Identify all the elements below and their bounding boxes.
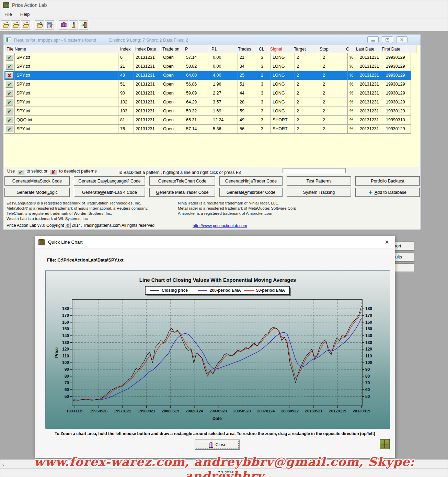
close-window-button[interactable]: ✕ bbox=[396, 36, 407, 43]
results-table: File NameIndexIndex DateTrade onPP1Trade… bbox=[4, 45, 420, 167]
column-header-p1[interactable]: P1 bbox=[209, 45, 236, 53]
add-to-database-button[interactable]: ✚Add to Database bbox=[355, 188, 420, 197]
check-icon[interactable]: ✔ bbox=[5, 117, 13, 123]
portfolio-backtest-button[interactable]: Portfolio Backtest bbox=[355, 176, 420, 186]
table-row[interactable]: ✔SPY.txt10320131231Open59.321.69593LONG2… bbox=[4, 107, 420, 116]
table-cell: 4.00 bbox=[211, 71, 238, 80]
table-row[interactable]: ✔SPY.txt2120131231Open58.820.00343LONG22… bbox=[4, 62, 420, 71]
svg-text:170: 170 bbox=[365, 313, 372, 318]
check-icon[interactable]: ✔ bbox=[5, 81, 13, 88]
svg-text:20130919: 20130919 bbox=[353, 409, 370, 413]
table-row[interactable]: ✔QQQ.txt8120131231Open65.3112.24493SHORT… bbox=[4, 116, 420, 125]
open-file-button[interactable] bbox=[1, 20, 10, 30]
horizontal-scrollbar[interactable]: ‹ bbox=[0, 459, 448, 468]
results-titlebar[interactable]: Results for: tmpdps.spr - 9 patterns fou… bbox=[3, 35, 421, 45]
open-file-button-2[interactable] bbox=[11, 20, 20, 30]
column-header-last-date[interactable]: Last Date bbox=[354, 45, 380, 53]
line-chart-svg[interactable]: Line Chart of Closing Values With Expone… bbox=[46, 271, 390, 429]
generate-metatrader-code-button[interactable]: Generate MetaTrader Code bbox=[149, 188, 215, 197]
dialog-close-button-bottom[interactable]: Close bbox=[195, 440, 240, 450]
table-cell: 51 bbox=[118, 80, 134, 89]
table-cell: 3 bbox=[259, 89, 271, 98]
table-row[interactable]: ✘SPY.txt4820131231Open64.004.00252LONG22… bbox=[4, 71, 420, 80]
menu-file[interactable]: File bbox=[0, 11, 16, 18]
table-row[interactable]: ✔SPY.txt620131231Open57.140.00213LONG22%… bbox=[4, 53, 420, 62]
generate-easylanguage-code-button[interactable]: Generate EasyLanguage® Code bbox=[74, 176, 145, 186]
table-cell: 102 bbox=[118, 98, 134, 107]
table-row[interactable]: ✔SPY.txt5120131231Open56.861.96513LONG22… bbox=[4, 80, 420, 89]
table-cell: 19930129 bbox=[384, 62, 411, 71]
line-chart[interactable]: Line Chart of Closing Values With Expone… bbox=[45, 270, 390, 429]
svg-text:130: 130 bbox=[365, 340, 372, 345]
table-cell: 19930129 bbox=[384, 80, 411, 89]
column-header-index[interactable]: Index bbox=[118, 45, 134, 53]
table-cell: 59 bbox=[238, 107, 259, 116]
column-header-cl[interactable]: CL bbox=[257, 45, 268, 53]
report-button[interactable] bbox=[45, 20, 54, 30]
system-tracking-button[interactable]: System Tracking bbox=[287, 188, 351, 197]
check-icon[interactable]: ✔ bbox=[5, 90, 13, 97]
generate-amibroker-code-button[interactable]: Generate Amibroker Code bbox=[219, 188, 283, 197]
table-row[interactable]: ✔SPY.txt7620131231Open57.145.36563SHORT2… bbox=[4, 125, 420, 134]
trademark-line: Amibroker is a registered trademark of A… bbox=[178, 211, 296, 216]
check-icon[interactable]: ✔ bbox=[5, 108, 13, 114]
column-header-index-date[interactable]: Index Date bbox=[133, 45, 161, 53]
table-cell: 20131231 bbox=[358, 116, 384, 125]
svg-text:20000519: 20000519 bbox=[162, 409, 179, 413]
check-icon[interactable]: ✔ bbox=[5, 99, 13, 106]
generate-wealth-lab-4-code-button[interactable]: Generate Wealth-Lab 4 Code bbox=[74, 188, 145, 197]
column-header-c[interactable]: C bbox=[344, 45, 354, 53]
column-header-p[interactable]: P bbox=[183, 45, 210, 53]
copyright-line: Price Action Lab v7.0 Copyright©2014, Tr… bbox=[7, 223, 154, 228]
column-header-signal[interactable]: Signal bbox=[268, 45, 292, 53]
selection-hint: Use ✔ to select or ✘ to deselect pattern… bbox=[7, 169, 96, 175]
svg-text:Closing price: Closing price bbox=[162, 288, 188, 293]
table-cell: QQQ.txt bbox=[15, 116, 118, 125]
check-icon[interactable]: ✔ bbox=[5, 63, 13, 70]
generate-ninjatrader-code-button[interactable]: Generate NinjaTrader Code bbox=[219, 176, 283, 186]
check-icon[interactable]: ✔ bbox=[5, 54, 13, 61]
add-chart-button[interactable] bbox=[380, 439, 390, 449]
column-header-trades[interactable]: Trades bbox=[236, 45, 257, 53]
table-cell: 3 bbox=[259, 98, 271, 107]
minimize-button[interactable] bbox=[367, 36, 379, 43]
generate-model-logic-button[interactable]: Generate Model Logic bbox=[4, 188, 70, 197]
main-titlebar: Price Action Lab bbox=[0, 0, 448, 10]
help-button[interactable]: ?? bbox=[59, 20, 68, 30]
test-patterns-button[interactable]: Test Patterns bbox=[287, 176, 351, 186]
column-header-file-name[interactable]: File Name bbox=[4, 45, 118, 53]
app-title: Price Action Lab bbox=[12, 2, 47, 8]
table-row[interactable]: ✔SPY.txt10220131231Open64.293.57283LONG2… bbox=[4, 98, 420, 107]
table-row[interactable]: ✔SPY.txt9020131231Open59.092.27443LONG22… bbox=[4, 89, 420, 98]
scroll-left-arrow[interactable]: ‹ bbox=[0, 460, 6, 468]
check-icon[interactable]: ✔ bbox=[5, 126, 13, 132]
table-cell: 3.57 bbox=[211, 98, 238, 107]
dialog-titlebar[interactable]: Quick Line Chart ✕ bbox=[35, 236, 395, 248]
dialog-close-button[interactable]: ✕ bbox=[379, 236, 395, 248]
menu-help[interactable]: Help bbox=[16, 11, 34, 18]
column-header-stop[interactable]: Stop bbox=[318, 45, 344, 53]
svg-text:90: 90 bbox=[65, 367, 69, 372]
table-cell: LONG bbox=[271, 107, 295, 116]
column-header-first-date[interactable]: First Date bbox=[380, 45, 406, 53]
column-header-target[interactable]: Target bbox=[292, 45, 318, 53]
maximize-button[interactable] bbox=[382, 36, 393, 43]
table-cell: SHORT bbox=[271, 116, 295, 125]
exit-button[interactable] bbox=[79, 20, 88, 30]
search-folder-button[interactable] bbox=[35, 20, 44, 30]
table-cell: 20131231 bbox=[134, 116, 161, 125]
open-folder-icon bbox=[2, 22, 9, 29]
open-file-button-3[interactable] bbox=[21, 20, 30, 30]
x-icon[interactable]: ✘ bbox=[5, 72, 13, 79]
generate-telechart-code-button[interactable]: Generate TeleChart Code bbox=[149, 176, 215, 186]
copyright-text: Price Action Lab v7.0 Copyright bbox=[7, 223, 64, 228]
about-button[interactable] bbox=[69, 20, 78, 30]
table-cell: 19930129 bbox=[384, 89, 411, 98]
website-link[interactable]: http://www.priceactionlab.com bbox=[193, 223, 247, 228]
generate-metastock-code-button[interactable]: Generate MetaStock Code bbox=[4, 176, 70, 186]
table-cell: 20131231 bbox=[134, 53, 161, 62]
trademark-line: EasyLanguage® is a registered trademark … bbox=[7, 201, 148, 206]
table-cell: 20131231 bbox=[358, 89, 384, 98]
column-header-trade-on[interactable]: Trade on bbox=[160, 45, 183, 53]
table-cell: 19930129 bbox=[384, 98, 411, 107]
